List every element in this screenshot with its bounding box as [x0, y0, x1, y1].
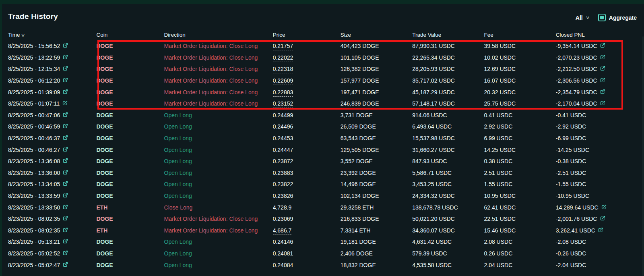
table-controls: All ∨ Aggregate: [576, 14, 637, 21]
external-link-icon[interactable]: [63, 227, 68, 234]
external-link-icon[interactable]: [63, 193, 68, 199]
pnl-external-link-icon[interactable]: [600, 54, 605, 61]
size-value: 129,505 DOGE: [341, 147, 379, 153]
fee-value: 0.38 USDC: [484, 158, 512, 164]
trade-value: 45,187.29 USDC: [412, 89, 455, 95]
trade-value: 24,334.32 USDC: [412, 193, 455, 199]
trade-value: 87,990.31 USDC: [412, 43, 455, 49]
external-link-icon[interactable]: [63, 54, 68, 61]
coin-link[interactable]: ETH: [96, 227, 107, 234]
time-value: 8/25/2025 - 00:47:06: [8, 112, 60, 118]
time-value: 8/25/2025 - 01:07:11: [8, 100, 60, 107]
table-row: 8/23/2025 - 05:13:21 DOGE Open Long 0.24…: [2, 236, 644, 248]
pnl-value: -0.26 USDC: [556, 250, 586, 257]
price-value: 0.23826: [273, 193, 293, 199]
coin-link[interactable]: DOGE: [96, 170, 113, 176]
aggregate-toggle[interactable]: Aggregate: [598, 14, 637, 21]
column-header-closed-pnl[interactable]: Closed PNL: [556, 29, 644, 40]
coin-link[interactable]: DOGE: [96, 135, 113, 141]
external-link-icon[interactable]: [63, 170, 68, 176]
pnl-value: -2,070.23 USDC: [556, 54, 597, 61]
pnl-value: -2,306.56 USDC: [556, 77, 597, 84]
coin-link[interactable]: DOGE: [96, 77, 113, 84]
pnl-value: -2,212.50 USDC: [556, 66, 597, 72]
coin-link[interactable]: DOGE: [96, 239, 113, 245]
external-link-icon[interactable]: [63, 66, 68, 72]
external-link-icon[interactable]: [63, 158, 68, 164]
time-value: 8/25/2025 - 06:12:20: [8, 77, 60, 84]
external-link-icon[interactable]: [63, 89, 68, 95]
direction-value: Market Order Liquidation: Close Long: [164, 100, 258, 107]
external-link-icon[interactable]: [63, 250, 68, 257]
time-value: 8/23/2025 - 13:36:08: [8, 158, 60, 164]
coin-link[interactable]: DOGE: [96, 123, 113, 130]
price-value: 0.22609: [273, 77, 293, 84]
pnl-external-link-icon[interactable]: [600, 89, 605, 95]
fee-value: 0.26 USDC: [484, 250, 512, 257]
chevron-down-icon: ∨: [585, 15, 590, 20]
filter-dropdown[interactable]: All ∨: [576, 15, 589, 21]
column-header-time[interactable]: Time ∨: [2, 29, 96, 40]
price-value: 0.24081: [273, 250, 293, 257]
external-link-icon[interactable]: [62, 100, 68, 107]
direction-value: Open Long: [164, 262, 192, 268]
pnl-external-link-icon[interactable]: [600, 216, 605, 222]
external-link-icon[interactable]: [63, 181, 68, 187]
direction-value: Open Long: [164, 239, 192, 245]
external-link-icon[interactable]: [63, 77, 68, 84]
direction-value: Market Order Liquidation: Close Long: [164, 77, 258, 84]
external-link-icon[interactable]: [63, 216, 68, 222]
direction-value: Market Order Liquidation: Close Long: [164, 54, 258, 61]
external-link-icon[interactable]: [63, 147, 68, 153]
coin-link[interactable]: DOGE: [96, 181, 113, 187]
coin-link[interactable]: DOGE: [96, 54, 113, 61]
coin-link[interactable]: DOGE: [96, 216, 113, 222]
pnl-external-link-icon[interactable]: [600, 43, 605, 49]
size-value: 29.3258 ETH: [341, 204, 374, 211]
aggregate-checkbox[interactable]: [598, 14, 606, 21]
fee-value: 15.46 USDC: [484, 227, 516, 234]
coin-link[interactable]: DOGE: [96, 262, 113, 268]
trade-value: 5,586.71 USDC: [412, 170, 452, 176]
pnl-external-link-icon[interactable]: [600, 100, 605, 107]
coin-link[interactable]: ETH: [96, 204, 107, 211]
column-header-coin: Coin: [96, 29, 164, 40]
external-link-icon[interactable]: [63, 204, 68, 211]
scrollbar-track[interactable]: [642, 36, 644, 276]
coin-link[interactable]: DOGE: [96, 158, 113, 164]
fee-value: 22.51 USDC: [484, 216, 516, 222]
direction-value: Open Long: [164, 112, 192, 118]
size-value: 14,496 DOGE: [341, 181, 376, 187]
pnl-external-link-icon[interactable]: [600, 66, 605, 72]
coin-link[interactable]: DOGE: [96, 193, 113, 199]
direction-value: Market Order Liquidation: Close Long: [164, 89, 258, 95]
direction-value: Open Long: [164, 250, 192, 257]
size-value: 2,406 DOGE: [341, 250, 373, 257]
pnl-external-link-icon[interactable]: [600, 77, 605, 84]
external-link-icon[interactable]: [63, 123, 68, 130]
coin-link[interactable]: DOGE: [96, 89, 113, 95]
pnl-external-link-icon[interactable]: [601, 204, 607, 211]
direction-value: Market Order Liquidation: Close Long: [164, 66, 258, 72]
coin-link[interactable]: DOGE: [96, 43, 113, 49]
coin-link[interactable]: DOGE: [96, 100, 113, 107]
external-link-icon[interactable]: [63, 135, 68, 141]
external-link-icon[interactable]: [63, 262, 68, 268]
coin-link[interactable]: DOGE: [96, 112, 113, 118]
price-value: 4,728.9: [273, 204, 292, 211]
trade-value: 4,535.58 USDC: [412, 262, 452, 268]
coin-link[interactable]: DOGE: [96, 250, 113, 257]
external-link-icon[interactable]: [63, 112, 68, 118]
external-link-icon[interactable]: [63, 43, 68, 49]
price-value: 0.21757: [273, 43, 293, 49]
pnl-value: -6.99 USDC: [556, 135, 586, 141]
table-row: 8/25/2025 - 01:07:11 DOGE Market Order L…: [2, 98, 644, 110]
external-link-icon[interactable]: [63, 239, 68, 245]
fee-value: 6.99 USDC: [484, 135, 512, 141]
coin-link[interactable]: DOGE: [96, 66, 113, 72]
time-value: 8/25/2025 - 00:46:37: [8, 135, 60, 141]
size-value: 18,832 DOGE: [341, 262, 376, 268]
pnl-external-link-icon[interactable]: [598, 227, 603, 234]
coin-link[interactable]: DOGE: [96, 147, 113, 153]
filter-dropdown-value: All: [576, 15, 583, 21]
